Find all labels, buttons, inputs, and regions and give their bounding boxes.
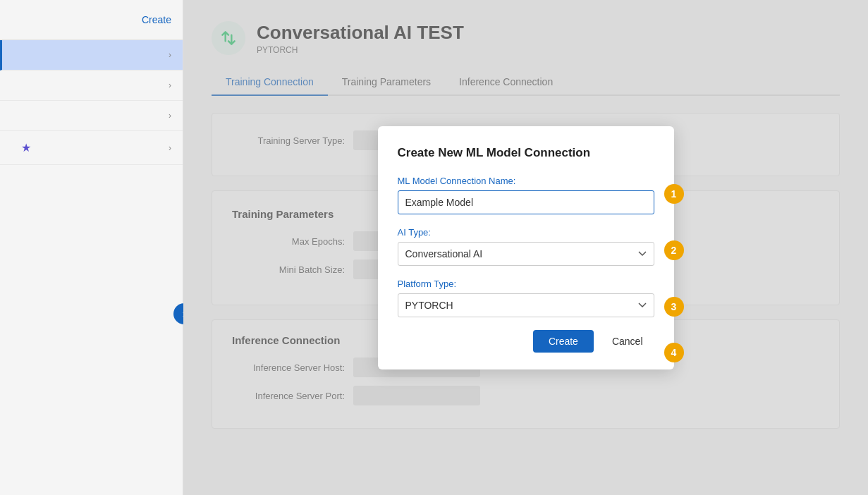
modal-title: Create New ML Model Connection (398, 146, 654, 160)
chevron-right-icon-3: › (169, 111, 171, 121)
modal-cancel-button[interactable]: Cancel (601, 330, 654, 353)
platform-select[interactable]: PYTORCHTENSORFLOWONNX (398, 293, 654, 317)
sidebar: Create › › › ★ › › (0, 0, 183, 495)
name-label: ML Model Connection Name: (398, 176, 654, 186)
main-content: Conversational AI TEST PYTORCH Training … (183, 0, 868, 495)
platform-field-group: Platform Type: PYTORCHTENSORFLOWONNX (398, 279, 654, 317)
step-badge-4: 4 (664, 343, 684, 362)
chevron-right-icon-4: › (169, 143, 171, 153)
ai-type-field-group: AI Type: Conversational AIClassification… (398, 227, 654, 266)
step-badge-2: 2 (664, 240, 684, 260)
step-badge-1: 1 (664, 184, 684, 204)
ai-type-label: AI Type: (398, 227, 654, 238)
name-field-group: ML Model Connection Name: (398, 176, 654, 214)
chevron-right-icon: › (169, 50, 171, 60)
modal: Create New ML Model Connection ML Model … (378, 126, 674, 369)
name-input[interactable] (398, 190, 654, 214)
step-badge-3: 3 (664, 297, 684, 317)
modal-create-button[interactable]: Create (533, 330, 594, 353)
modal-overlay: Create New ML Model Connection ML Model … (183, 0, 868, 495)
sidebar-item-3[interactable]: › (0, 101, 183, 131)
sidebar-item-2[interactable]: › (0, 71, 183, 101)
sidebar-item-1[interactable]: › (0, 40, 183, 71)
platform-label: Platform Type: (398, 279, 654, 289)
sidebar-item-4[interactable]: ★ › (0, 131, 183, 165)
chevron-right-icon-2: › (169, 80, 171, 90)
create-link[interactable]: Create (142, 14, 171, 25)
star-icon: ★ (21, 141, 31, 154)
ai-type-select[interactable]: Conversational AIClassificationOther (398, 242, 654, 266)
modal-actions: Create Cancel (398, 330, 654, 353)
sidebar-header: Create (0, 0, 183, 40)
